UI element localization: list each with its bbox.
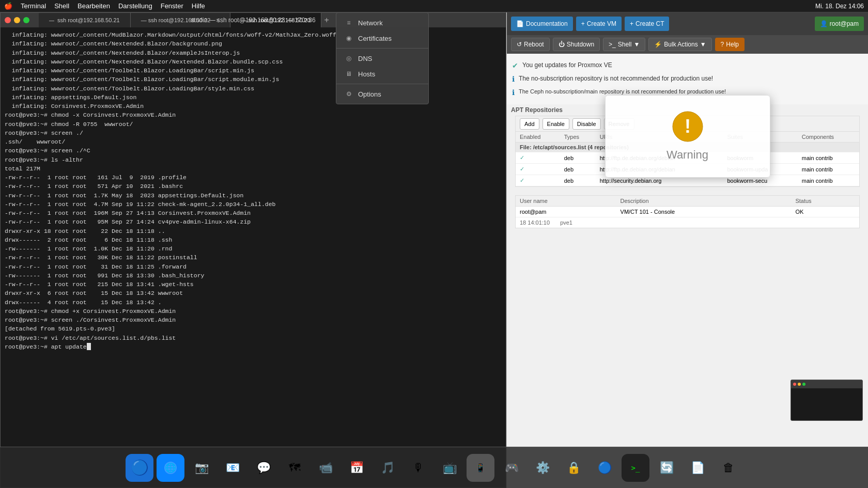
terminal-line: root@pve3:~# vi /etc/apt/sources.list.d/… xyxy=(5,334,502,342)
menu-bearbeiten[interactable]: Bearbeiten xyxy=(78,2,110,10)
nav-label-certificates: Certificates xyxy=(358,35,392,42)
apt-disable-button[interactable]: Disable xyxy=(572,118,601,130)
nav-item-options[interactable]: ⚙ Options xyxy=(336,86,428,102)
cursor xyxy=(87,343,91,350)
dock-instruments[interactable]: 🎮 xyxy=(498,454,525,482)
terminal-line: root@pve3:~# chmod -R 0755 wwwroot/ xyxy=(5,120,502,129)
dock-photos[interactable]: 📷 xyxy=(188,454,215,482)
dock-tv[interactable]: 📺 xyxy=(436,454,463,482)
dock-terminal[interactable]: >_ xyxy=(622,454,649,482)
terminal-line: root@pve3:~# ls -althr xyxy=(5,155,502,164)
nav-label-dns: DNS xyxy=(358,55,372,62)
terminal-line: root@pve3:~# screen ./^C xyxy=(5,146,502,155)
notification-row-2: ℹ The no-subscription repository is not … xyxy=(512,72,863,86)
create-vm-button[interactable]: + Create VM xyxy=(576,17,622,31)
nav-item-dns[interactable]: ◎ DNS xyxy=(336,51,428,66)
col-components: Components xyxy=(798,132,859,143)
nav-panel: ≡ Network ◉ Certificates ◎ DNS 🖥 Hosts ⚙… xyxy=(336,12,429,104)
nav-divider-2 xyxy=(336,84,428,84)
apt-components-1: main contrib xyxy=(798,152,859,164)
documentation-icon: 📄 xyxy=(516,20,524,27)
svg-text:🌐: 🌐 xyxy=(165,462,177,474)
menu-shell[interactable]: Shell xyxy=(54,2,69,10)
terminal-window: — ssh root@192.168.50.21 — ssh root@192.… xyxy=(0,12,506,488)
apt-add-button[interactable]: Add xyxy=(520,118,539,130)
dock-calendar[interactable]: 📅 xyxy=(343,454,370,482)
terminal-line: -rw-r--r-- 1 root root 4.7M Sep 19 11:22… xyxy=(5,200,502,209)
help-icon: ? xyxy=(721,41,724,48)
apt-types-2: deb xyxy=(560,164,596,175)
nav-label-network: Network xyxy=(358,19,383,27)
apt-enable-button[interactable]: Enable xyxy=(542,118,569,130)
add-tab-button[interactable]: + xyxy=(321,15,332,25)
dock-maps[interactable]: 🗺 xyxy=(281,454,308,482)
terminal-line: root@pve3:~# chmod -x Corsinvest.Proxmox… xyxy=(5,111,502,119)
menu-fenster[interactable]: Fenster xyxy=(161,2,183,10)
root-pam-button[interactable]: 👤 root@pam xyxy=(815,17,864,31)
terminal-line: .ssh/ wwwroot/ xyxy=(5,137,502,146)
mini-dot-yellow xyxy=(798,383,801,386)
session-area: User name Description Status root@pam VM… xyxy=(515,195,860,228)
terminal-line: drwxr-xr-x 6 root root 15 Dec 18 13:42 w… xyxy=(5,289,502,297)
create-ct-button[interactable]: + Create CT xyxy=(625,17,669,31)
terminal-line: -rw------- 1 root root 991 Dec 18 13:30 … xyxy=(5,271,502,280)
dock-safari[interactable]: 🌐 xyxy=(157,454,184,482)
terminal-line: -rw-r--r-- 1 root root 215 Dec 18 13:41 … xyxy=(5,280,502,289)
terminal-line: -rw-r--r-- 1 root root 571 Apr 10 2021 .… xyxy=(5,182,502,191)
traffic-yellow[interactable] xyxy=(14,17,20,23)
shutdown-button[interactable]: ⏻ Shutdown xyxy=(553,38,600,51)
terminal-line: [detached from 5619.pts-0.pve3] xyxy=(5,324,502,333)
dock-mail[interactable]: 📧 xyxy=(219,454,246,482)
apple-menu[interactable]: 🍎 xyxy=(4,2,12,10)
nav-item-hosts[interactable]: 🖥 Hosts xyxy=(336,66,428,82)
shell-dropdown-arrow: ▼ xyxy=(633,41,640,48)
dock-security[interactable]: 🔒 xyxy=(560,454,587,482)
mini-dot-green xyxy=(802,383,805,386)
dock-systemprefs[interactable]: ⚙️ xyxy=(529,454,556,482)
bulk-actions-button[interactable]: ⚡ Bulk Actions ▼ xyxy=(648,38,711,51)
notif-icon-blue-2: ℹ xyxy=(512,88,515,97)
dock-finder2[interactable]: 📄 xyxy=(684,454,711,482)
menu-hilfe[interactable]: Hilfe xyxy=(192,2,205,10)
shell-button[interactable]: >_ Shell ▼ xyxy=(603,38,645,51)
shell-icon: >_ xyxy=(609,41,616,48)
nav-divider-1 xyxy=(336,48,428,49)
terminal-tab-1[interactable]: — ssh root@192.168.50.21 xyxy=(39,13,131,27)
session-row-1[interactable]: root@pam VM/CT 101 - Console OK xyxy=(516,207,859,217)
dock-simulator[interactable]: 📱 xyxy=(467,454,494,482)
session-desc-1: VM/CT 101 - Console xyxy=(616,207,792,217)
dock-retcon[interactable]: 🔄 xyxy=(653,454,680,482)
traffic-red[interactable] xyxy=(5,17,11,23)
mini-terminal-bar xyxy=(791,380,862,388)
dock-itunes[interactable]: 🎵 xyxy=(374,454,401,482)
dock-podcasts[interactable]: 🎙 xyxy=(405,454,432,482)
dock-finder[interactable]: 🔵 xyxy=(126,454,153,482)
mini-dot-red xyxy=(793,383,796,386)
dock-facetime[interactable]: 📹 xyxy=(312,454,339,482)
dock-chrome[interactable]: 🔵 xyxy=(591,454,618,482)
pve-toolbar-1: 📄 Documentation + Create VM + Create CT … xyxy=(507,12,868,35)
traffic-green[interactable] xyxy=(23,17,29,23)
dock-trash[interactable]: 🗑 xyxy=(715,454,742,482)
apt-components-2: main contrib xyxy=(798,164,859,175)
documentation-button[interactable]: 📄 Documentation xyxy=(511,17,573,31)
terminal-line: total 217M xyxy=(5,164,502,173)
help-button[interactable]: ? Help xyxy=(715,38,745,51)
terminal-line: root@pve3:~# screen ./ xyxy=(5,129,502,137)
menubar-right: Mi. 18. Dez 14:06 xyxy=(815,3,864,10)
menu-terminal[interactable]: Terminal xyxy=(21,2,46,10)
warning-icon-svg: ! xyxy=(672,111,703,142)
terminal-content[interactable]: inflating: wwwroot/_content/MudBlazor.Ma… xyxy=(1,27,506,487)
apt-enabled-3: ✓ xyxy=(516,175,560,186)
menu-darstellung[interactable]: Darstellung xyxy=(118,2,152,10)
hosts-icon: 🖥 xyxy=(345,70,353,78)
reboot-icon: ↺ xyxy=(517,41,522,48)
nav-item-network[interactable]: ≡ Network xyxy=(336,15,428,30)
reboot-button[interactable]: ↺ Reboot xyxy=(511,38,550,51)
col-types: Types xyxy=(560,132,596,143)
session-timestamp: 18 14:01:10 xyxy=(520,219,550,226)
nav-item-certificates[interactable]: ◉ Certificates xyxy=(336,30,428,46)
session-col-description: Description xyxy=(616,196,792,207)
apt-types-1: deb xyxy=(560,152,596,164)
dock-messages[interactable]: 💬 xyxy=(250,454,277,482)
